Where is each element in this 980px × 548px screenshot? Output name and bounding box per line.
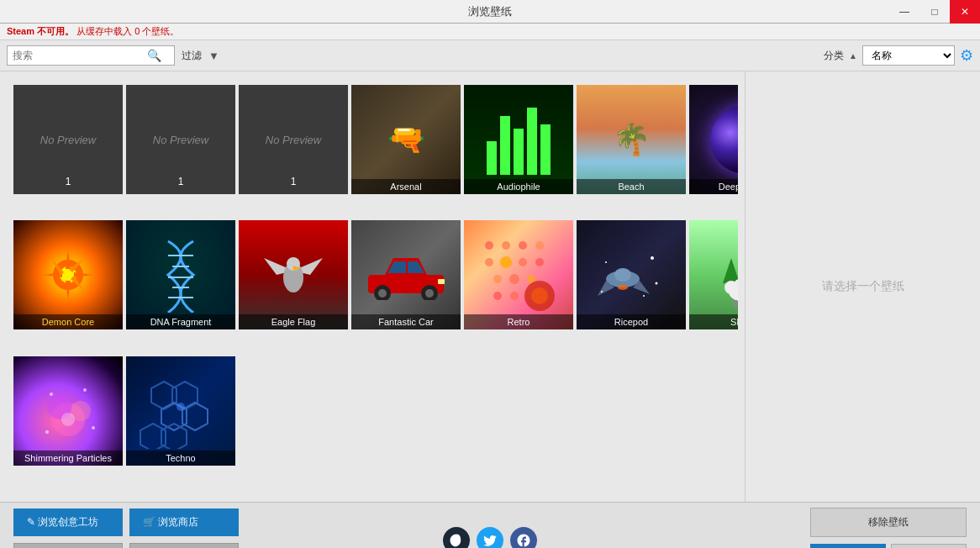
item-label: Sheep <box>689 314 738 329</box>
wallpaper-item[interactable]: Retro <box>464 220 573 329</box>
steam-status-bar: Steam 不可用。 从缓存中载入 0 个壁纸。 <box>0 24 980 40</box>
svg-point-31 <box>493 275 502 283</box>
filter-icon[interactable]: ▼ <box>208 50 219 62</box>
car-visual <box>364 250 448 300</box>
left-panel: No Preview 1 No Preview 1 No Preview 1 <box>0 71 745 502</box>
svg-point-64 <box>50 393 53 396</box>
wallpaper-item[interactable]: Audiophile <box>464 85 573 194</box>
wallpaper-item[interactable]: Eagle Flag <box>239 220 348 329</box>
audio-bars <box>464 96 573 183</box>
item-count: 1 <box>178 176 184 187</box>
svg-point-26 <box>535 241 544 250</box>
item-label: DNA Fragment <box>126 314 235 329</box>
select-wallpaper-hint: 请选择一个壁纸 <box>822 279 904 294</box>
confirm-button[interactable]: 确认 <box>810 544 886 549</box>
wallpaper-thumbnail <box>689 220 738 329</box>
sort-section: 分类 ▲ 名称 日期 大小 ⚙ <box>824 45 973 66</box>
svg-point-41 <box>651 256 654 260</box>
bottom-row-2: ⬆ 从文件中打开 → 从网页中打开 <box>13 543 239 549</box>
palm-icon: 🌴 <box>613 122 651 157</box>
bottom-bar: ✎ 浏览创意工坊 🛒 浏览商店 ⬆ 从文件中打开 → 从网页中打开 移除壁纸 <box>0 502 980 548</box>
bar <box>500 116 510 175</box>
spaceship-visual <box>598 245 665 304</box>
bottom-right-actions: 移除壁纸 确认 取消 <box>810 508 967 549</box>
no-preview-text: No Preview <box>153 134 208 146</box>
dna-visual <box>155 237 206 313</box>
steam-social-icon[interactable] <box>443 527 470 549</box>
wallpaper-thumbnail <box>239 220 348 329</box>
item-label: Fantastic Car <box>351 314 461 329</box>
techno-visual <box>139 373 223 449</box>
item-label: Demon Core <box>13 314 123 329</box>
wallpaper-thumbnail <box>464 220 573 329</box>
svg-point-39 <box>614 268 631 282</box>
item-label: Retro <box>464 314 573 329</box>
svg-point-43 <box>656 282 658 285</box>
open-file-button[interactable]: ⬆ 从文件中打开 <box>13 543 123 549</box>
wallpaper-item[interactable]: Shimmering Particles <box>13 356 123 466</box>
retro-visual <box>477 233 561 317</box>
wallpaper-item[interactable]: Techno <box>126 356 235 466</box>
wallpaper-thumbnail <box>126 220 235 329</box>
wallpaper-item[interactable]: No Preview 1 <box>13 85 123 194</box>
cancel-button[interactable]: 取消 <box>891 544 967 549</box>
svg-marker-4 <box>66 281 71 300</box>
wallpaper-thumbnail <box>13 220 123 329</box>
item-label: Ricepod <box>577 314 686 329</box>
wallpaper-thumbnail <box>464 85 573 194</box>
item-label: Audiophile <box>464 179 573 194</box>
svg-point-44 <box>601 291 603 292</box>
wallpaper-item[interactable]: No Preview 1 <box>126 85 235 194</box>
minimize-button[interactable]: — <box>889 0 919 24</box>
search-input[interactable] <box>13 50 147 61</box>
eagle-visual <box>260 245 327 304</box>
svg-point-37 <box>531 287 548 304</box>
browse-workshop-button[interactable]: ✎ 浏览创意工坊 <box>13 508 123 536</box>
svg-point-29 <box>519 258 527 266</box>
svg-point-63 <box>61 413 75 426</box>
svg-rect-22 <box>438 279 445 284</box>
confirm-cancel-row: 确认 取消 <box>810 544 967 549</box>
svg-point-67 <box>45 430 49 434</box>
galaxy-visual <box>710 106 738 173</box>
titlebar: 浏览壁纸 — □ ✕ <box>0 0 980 24</box>
search-icon[interactable]: 🔍 <box>147 49 161 62</box>
wallpaper-item[interactable]: 🌴 Beach <box>577 85 686 194</box>
close-button[interactable]: ✕ <box>950 0 980 24</box>
wallpaper-item[interactable]: Demon Core <box>13 220 123 329</box>
wallpaper-thumbnail <box>126 356 235 466</box>
item-label: Shimmering Particles <box>13 451 123 466</box>
shimmer-visual <box>34 377 102 445</box>
twitter-social-icon[interactable] <box>477 527 503 549</box>
settings-icon[interactable]: ⚙ <box>960 46 973 65</box>
facebook-social-icon[interactable] <box>510 527 537 549</box>
remove-wallpaper-button[interactable]: 移除壁纸 <box>810 508 967 537</box>
wallpaper-item[interactable]: Ricepod <box>577 220 686 329</box>
svg-point-32 <box>509 274 519 284</box>
sort-select[interactable]: 名称 日期 大小 <box>862 45 955 66</box>
item-label: Techno <box>126 451 235 466</box>
browse-store-button[interactable]: 🛒 浏览商店 <box>129 508 239 536</box>
bar <box>514 129 524 175</box>
steam-unavailable-text: Steam 不可用。 <box>7 26 74 36</box>
wallpaper-thumbnail <box>577 220 686 329</box>
wallpaper-item[interactable]: Fantastic Car <box>351 220 461 329</box>
wallpaper-item[interactable]: 🔫 Arsenal <box>351 85 461 194</box>
wallpaper-item[interactable]: Deep Space <box>689 85 738 194</box>
wallpaper-thumbnail <box>351 220 461 329</box>
main-area: No Preview 1 No Preview 1 No Preview 1 <box>0 71 980 502</box>
social-icons <box>443 527 537 549</box>
wallpaper-grid: No Preview 1 No Preview 1 No Preview 1 <box>7 78 738 495</box>
svg-point-23 <box>485 241 493 250</box>
svg-point-40 <box>618 285 628 290</box>
maximize-button[interactable]: □ <box>919 0 950 24</box>
bar <box>487 141 497 175</box>
open-web-button[interactable]: → 从网页中打开 <box>129 543 239 549</box>
svg-point-21 <box>425 289 434 298</box>
wallpaper-item[interactable]: Sheep <box>689 220 738 329</box>
wallpaper-item[interactable]: No Preview 1 <box>239 85 348 194</box>
sort-direction-icon[interactable]: ▲ <box>849 51 857 61</box>
wallpaper-thumbnail <box>13 356 123 466</box>
wallpaper-item[interactable]: DNA Fragment <box>126 220 235 329</box>
svg-point-34 <box>493 292 502 300</box>
